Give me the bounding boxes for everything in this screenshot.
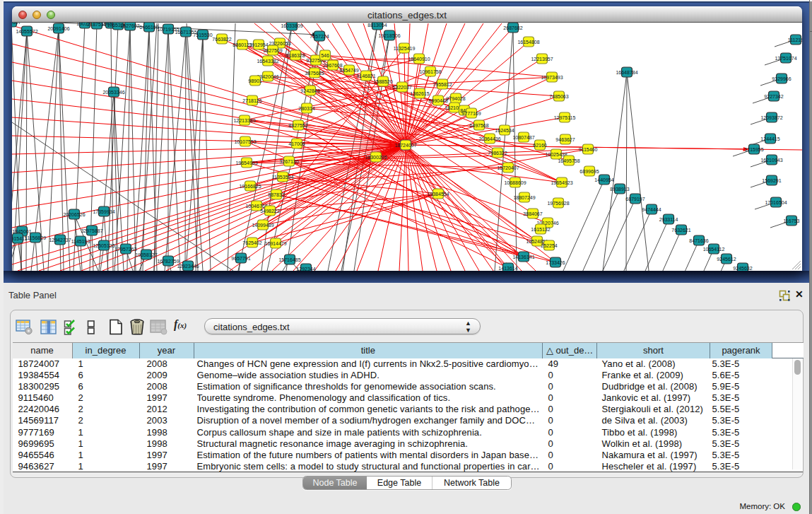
svg-text:887833: 887833	[268, 192, 284, 197]
svg-text:1405557: 1405557	[12, 23, 21, 25]
svg-text:16543382: 16543382	[257, 58, 278, 63]
svg-text:15720407: 15720407	[497, 165, 519, 170]
svg-text:19384554: 19384554	[427, 191, 449, 196]
svg-text:18640910: 18640910	[408, 56, 430, 61]
svg-text:1362615: 1362615	[410, 90, 429, 95]
svg-text:16154808: 16154808	[517, 39, 539, 44]
svg-text:12923446: 12923446	[177, 263, 199, 268]
svg-text:14055572: 14055572	[16, 28, 37, 33]
svg-text:8938913: 8938913	[610, 186, 629, 191]
svg-text:16495758: 16495758	[558, 158, 579, 163]
svg-text:17359934: 17359934	[93, 209, 114, 214]
svg-text:9657791: 9657791	[231, 255, 250, 260]
svg-text:7986322: 7986322	[488, 150, 507, 155]
svg-text:11353594: 11353594	[272, 174, 294, 179]
svg-text:111219: 111219	[788, 37, 802, 42]
svg-text:16210943: 16210943	[760, 157, 782, 162]
svg-text:417006: 417006	[288, 141, 305, 146]
svg-text:6899695: 6899695	[579, 168, 599, 173]
svg-text:62160: 62160	[533, 142, 547, 147]
svg-text:19654923: 19654923	[551, 180, 572, 185]
svg-text:13751074: 13751074	[775, 55, 796, 60]
svg-text:12942737: 12942737	[49, 237, 71, 242]
svg-text:19218506: 19218506	[378, 33, 400, 37]
svg-text:3215955: 3215955	[744, 146, 763, 151]
svg-text:6879197: 6879197	[625, 196, 645, 201]
svg-text:10973493: 10973493	[541, 74, 563, 79]
svg-text:1569291: 1569291	[762, 177, 781, 182]
svg-text:2933114: 2933114	[659, 216, 678, 221]
svg-text:7857224: 7857224	[310, 33, 329, 38]
svg-text:19756928: 19756928	[547, 200, 569, 205]
svg-text:9827509: 9827509	[263, 47, 282, 52]
svg-text:12975115: 12975115	[554, 115, 576, 119]
svg-text:20091406: 20091406	[47, 25, 69, 30]
svg-text:1624534: 1624534	[495, 127, 514, 132]
svg-text:16782759: 16782759	[157, 258, 179, 263]
svg-text:19358127: 19358127	[135, 252, 157, 257]
svg-text:9474444: 9474444	[642, 206, 661, 211]
svg-text:19166825: 19166825	[239, 183, 261, 188]
svg-text:32975887: 32975887	[81, 228, 102, 233]
svg-text:7632621: 7632621	[671, 227, 690, 232]
svg-text:3912954: 3912954	[249, 42, 268, 47]
svg-text:9777169: 9777169	[461, 110, 481, 115]
svg-text:3884067: 3884067	[523, 211, 542, 216]
svg-text:17957263: 17957263	[114, 246, 136, 251]
svg-text:1733426: 1733426	[546, 259, 565, 264]
svg-text:18807249: 18807249	[513, 194, 535, 199]
svg-text:2687682: 2687682	[503, 25, 522, 30]
svg-text:11325419: 11325419	[394, 45, 416, 50]
svg-text:12213389: 12213389	[233, 117, 255, 122]
svg-text:2718126: 2718126	[242, 98, 261, 103]
svg-text:16914479: 16914479	[264, 240, 286, 245]
svg-text:10654112: 10654112	[703, 246, 725, 251]
svg-text:1292344: 1292344	[296, 266, 315, 271]
svg-text:9245612: 9245612	[717, 256, 736, 261]
svg-text:7485063: 7485063	[549, 93, 568, 98]
svg-text:8454749: 8454749	[339, 67, 358, 72]
svg-text:1440954: 1440954	[594, 177, 613, 182]
svg-text:1244415: 1244415	[760, 136, 779, 141]
svg-text:14099489: 14099489	[252, 222, 273, 227]
svg-text:6497568: 6497568	[469, 122, 488, 127]
svg-text:1145193: 1145193	[71, 238, 90, 243]
svg-text:5322037: 5322037	[392, 84, 411, 89]
svg-text:18300295: 18300295	[365, 154, 387, 159]
svg-text:546: 546	[321, 52, 329, 57]
svg-text:10107553: 10107553	[234, 139, 256, 144]
svg-text:9245632: 9245632	[733, 265, 752, 270]
svg-text:8990448: 8990448	[428, 98, 447, 103]
svg-text:10688609: 10688609	[504, 180, 526, 185]
svg-text:20053346: 20053346	[102, 89, 124, 94]
svg-text:5498222: 5498222	[260, 208, 279, 213]
svg-text:12213957: 12213957	[531, 56, 553, 61]
svg-text:3267130: 3267130	[279, 158, 298, 163]
svg-text:16033809: 16033809	[281, 23, 302, 28]
svg-text:8186328: 8186328	[286, 52, 305, 57]
svg-text:1527602: 1527602	[120, 23, 139, 28]
svg-text:3875685: 3875685	[305, 70, 324, 75]
svg-text:10807487: 10807487	[512, 134, 534, 139]
svg-text:252254: 252254	[541, 243, 557, 247]
svg-text:7663822: 7663822	[212, 36, 231, 41]
svg-text:9794028: 9794028	[446, 95, 465, 100]
svg-text:98901: 98901	[248, 78, 262, 83]
svg-text:280314: 280314	[298, 105, 314, 110]
svg-text:12505135: 12505135	[93, 243, 114, 247]
svg-text:17016504: 17016504	[765, 199, 787, 204]
svg-text:1615132: 1615132	[531, 226, 550, 231]
svg-text:15716485: 15716485	[278, 257, 300, 262]
svg-text:14136141: 14136141	[512, 254, 534, 259]
svg-text:1588520: 1588520	[373, 78, 392, 83]
svg-text:7625402: 7625402	[242, 240, 261, 245]
svg-text:8471636: 8471636	[689, 238, 708, 243]
svg-text:9463627: 9463627	[555, 136, 575, 141]
svg-text:8427552: 8427552	[288, 122, 307, 127]
svg-text:116753: 116753	[784, 218, 800, 223]
svg-text:19654983: 19654983	[235, 160, 257, 165]
svg-text:9115460: 9115460	[579, 146, 598, 151]
svg-text:20364436: 20364436	[478, 136, 500, 141]
svg-text:8813054: 8813054	[367, 23, 387, 28]
svg-text:2967608: 2967608	[323, 62, 342, 67]
